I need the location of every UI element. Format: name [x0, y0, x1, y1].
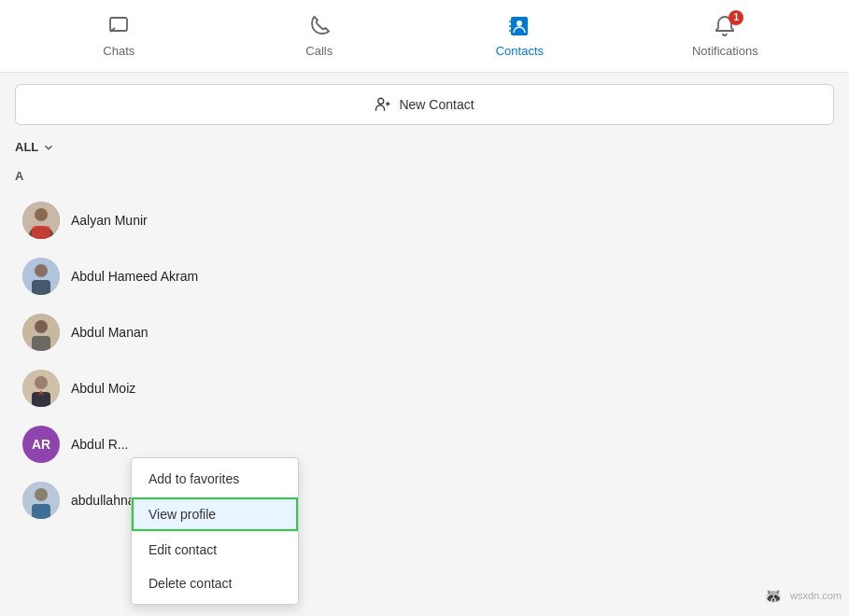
nav-item-notifications[interactable]: 1 Notifications [673, 7, 777, 65]
svg-rect-22 [32, 392, 50, 407]
new-contact-button[interactable]: New Contact [15, 84, 834, 125]
chevron-down-icon [42, 141, 55, 154]
chats-label: Chats [103, 44, 134, 58]
contacts-label: Contacts [496, 44, 544, 58]
list-item[interactable]: Aalyan Munir [15, 192, 834, 248]
svg-rect-26 [32, 504, 50, 519]
context-menu-view-profile[interactable]: View profile [132, 497, 298, 531]
svg-rect-19 [32, 336, 50, 351]
section-header-a: A [15, 165, 834, 187]
view-profile-label: View profile [149, 507, 216, 522]
avatar [22, 482, 60, 519]
add-favorites-label: Add to favorites [149, 471, 239, 486]
main-content: New Contact ALL A Aalyan Munir [0, 73, 849, 616]
svg-rect-16 [32, 280, 50, 295]
contacts-icon-wrapper [508, 15, 531, 40]
avatar-photo-4 [22, 370, 60, 407]
svg-point-25 [35, 488, 48, 501]
svg-point-11 [35, 208, 48, 221]
calls-label: Calls [305, 44, 333, 58]
avatar [22, 258, 60, 295]
list-item[interactable]: Abdul Manan [15, 304, 834, 360]
avatar-photo-3 [22, 314, 60, 351]
chats-icon [107, 15, 130, 37]
list-item[interactable]: Abdul Moiz [15, 360, 834, 416]
new-contact-label: New Contact [399, 97, 474, 112]
nav-item-calls[interactable]: Calls [273, 7, 366, 65]
chats-icon-wrapper [107, 15, 130, 40]
svg-rect-13 [32, 226, 50, 239]
svg-point-7 [378, 98, 384, 104]
filter-row[interactable]: ALL [15, 140, 834, 154]
notifications-icon-wrapper: 1 [714, 15, 736, 40]
nav-item-chats[interactable]: Chats [72, 7, 165, 65]
contacts-icon [508, 15, 531, 37]
contact-name: Abdul Hameed Akram [71, 269, 198, 284]
avatar [22, 370, 60, 407]
nav-item-contacts[interactable]: Contacts [473, 7, 566, 65]
context-menu-add-favorites[interactable]: Add to favorites [132, 462, 298, 496]
context-menu: Add to favorites View profile Edit conta… [131, 457, 299, 605]
contact-name: Abdul Moiz [71, 381, 135, 396]
svg-point-21 [35, 376, 48, 389]
notifications-badge: 1 [729, 10, 743, 25]
contact-name: Abdul R... [71, 437, 128, 452]
avatar-photo-1 [22, 202, 60, 239]
svg-point-15 [35, 264, 48, 277]
calls-icon-wrapper [308, 15, 331, 40]
list-item[interactable]: Abdul Hameed Akram [15, 248, 834, 304]
edit-contact-label: Edit contact [149, 542, 217, 557]
person-add-icon [375, 96, 391, 113]
avatar-initials-text: AR [32, 437, 50, 452]
filter-label: ALL [15, 140, 38, 154]
context-menu-edit-contact[interactable]: Edit contact [132, 533, 298, 567]
avatar-photo-2 [22, 258, 60, 295]
svg-point-3 [516, 21, 522, 26]
notifications-label: Notifications [692, 44, 758, 58]
navigation-bar: Chats Calls Contacts [0, 0, 849, 73]
watermark-emoji: 🦝 [764, 587, 783, 605]
watermark-logo: 🦝 [760, 582, 786, 609]
delete-contact-label: Delete contact [149, 576, 233, 591]
contact-name: Abdul Manan [71, 325, 149, 340]
avatar: AR [22, 426, 60, 463]
avatar [22, 314, 60, 351]
svg-point-18 [35, 320, 48, 333]
watermark-text: wsxdn.com [790, 590, 842, 601]
watermark: 🦝 wsxdn.com [760, 582, 842, 609]
calls-icon [308, 15, 331, 37]
avatar [22, 202, 60, 239]
avatar-photo-6 [22, 482, 60, 519]
contact-name: Aalyan Munir [71, 213, 148, 228]
context-menu-delete-contact[interactable]: Delete contact [132, 567, 298, 600]
